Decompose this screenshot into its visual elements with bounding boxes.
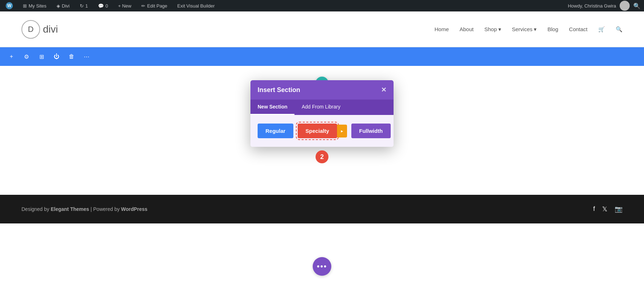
logo-text: divi <box>43 24 58 35</box>
main-content: + 1 + Designed by Elegant Themes | Power… <box>0 66 644 252</box>
site-header: D divi Home About Shop ▾ Services ▾ Blog… <box>0 11 644 47</box>
more-options-button[interactable]: ⋯ <box>81 51 92 62</box>
nav-services[interactable]: Services ▾ <box>512 26 537 33</box>
builder-toolbar: + ⚙ ⊞ ⏻ 🗑 ⋯ <box>0 47 644 66</box>
specialty-section-button[interactable]: Specialty <box>298 124 337 138</box>
modal-overlay: Insert Section ✕ New Section Add From Li… <box>0 66 644 252</box>
updates-icon: ↻ <box>80 3 84 9</box>
modal-header: Insert Section ✕ <box>250 80 394 100</box>
nav-blog[interactable]: Blog <box>547 26 558 32</box>
wp-logo[interactable]: W <box>4 0 15 11</box>
admin-bar: W ⊞ My Sites ◈ Divi ↻ 1 💬 0 + New ✏ Edit… <box>0 0 644 11</box>
settings-button[interactable]: ⚙ <box>21 51 32 62</box>
chevron-down-icon: ▾ <box>498 26 501 33</box>
modal-title: Insert Section <box>258 86 300 94</box>
nav-shop[interactable]: Shop ▾ <box>484 26 501 33</box>
tab-add-from-library[interactable]: Add From Library <box>294 100 347 115</box>
layout-button[interactable]: ⊞ <box>36 51 47 62</box>
modal-tabs: New Section Add From Library <box>250 100 394 115</box>
divi-link[interactable]: ◈ Divi <box>54 0 72 11</box>
content-area: + 1 + Designed by Elegant Themes | Power… <box>0 66 644 252</box>
chevron-down-icon-services: ▾ <box>534 26 537 33</box>
dots-menu-button[interactable]: ••• <box>313 257 331 276</box>
delete-button[interactable]: 🗑 <box>66 51 77 62</box>
user-greeting: Howdy, Christina Gwira <box>568 3 616 9</box>
fullwidth-section-button[interactable]: Fullwidth <box>351 124 391 138</box>
my-sites-link[interactable]: ⊞ My Sites <box>21 0 49 11</box>
new-link[interactable]: + New <box>116 0 133 11</box>
my-sites-icon: ⊞ <box>23 3 27 9</box>
edit-icon: ✏ <box>141 3 145 9</box>
modal-body: Regular Specialty ▸ Fullwidth <box>250 115 394 147</box>
badge-two: 2 <box>316 150 328 163</box>
logo-circle: D <box>21 20 40 39</box>
edit-page-link[interactable]: ✏ Edit Page <box>139 0 169 11</box>
exit-builder-link[interactable]: Exit Visual Builder <box>175 0 217 11</box>
divi-icon: ◈ <box>57 3 60 9</box>
nav-about[interactable]: About <box>459 26 473 32</box>
wordpress-icon: W <box>6 2 13 9</box>
bottom-area: ••• <box>0 252 644 281</box>
modal-container: Insert Section ✕ New Section Add From Li… <box>250 80 394 163</box>
tab-new-section[interactable]: New Section <box>250 100 294 115</box>
avatar <box>620 1 630 11</box>
updates-link[interactable]: ↻ 1 <box>78 0 90 11</box>
insert-section-modal: Insert Section ✕ New Section Add From Li… <box>250 80 394 147</box>
admin-bar-right: Howdy, Christina Gwira 🔍 <box>568 1 640 11</box>
search-icon[interactable]: 🔍 <box>616 26 623 33</box>
regular-section-button[interactable]: Regular <box>258 124 293 138</box>
cart-icon[interactable]: 🛒 <box>598 26 605 33</box>
specialty-section-wrap: Specialty ▸ <box>298 124 347 138</box>
comments-link[interactable]: 💬 0 <box>96 0 110 11</box>
add-section-button[interactable]: + <box>6 51 17 62</box>
site-logo[interactable]: D divi <box>21 20 58 39</box>
site-nav: Home About Shop ▾ Services ▾ Blog Contac… <box>434 26 623 33</box>
specialty-arrow-button[interactable]: ▸ <box>337 125 347 138</box>
disable-button[interactable]: ⏻ <box>51 51 62 62</box>
close-modal-button[interactable]: ✕ <box>381 86 386 94</box>
comments-icon: 💬 <box>98 3 104 9</box>
nav-home[interactable]: Home <box>434 26 449 32</box>
nav-contact[interactable]: Contact <box>569 26 587 32</box>
search-admin-icon[interactable]: 🔍 <box>633 3 640 9</box>
